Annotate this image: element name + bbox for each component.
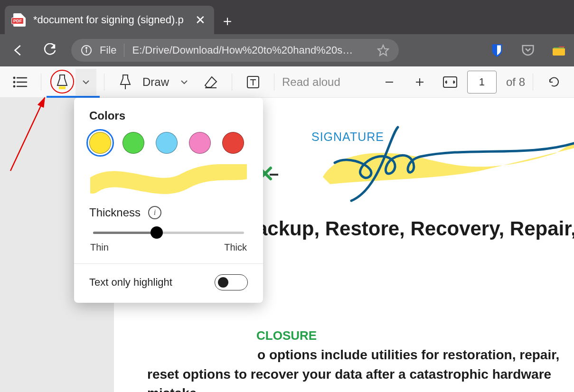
draw-tool-group: Draw bbox=[112, 69, 194, 95]
doc-paragraph: o options include utilities for restorat… bbox=[147, 345, 559, 392]
caret-mark bbox=[270, 174, 278, 176]
color-swatch-pink[interactable] bbox=[189, 132, 211, 154]
back-button[interactable] bbox=[9, 40, 28, 60]
zoom-out-button[interactable] bbox=[376, 69, 403, 95]
url-scheme: File bbox=[100, 44, 116, 56]
highlight-options-popup: Colors Thickness i Thin Thick Text only … bbox=[74, 98, 263, 303]
browser-tab[interactable]: PDF *document for signing (signed).p ✕ bbox=[5, 6, 214, 34]
slider-thumb[interactable] bbox=[151, 226, 163, 239]
thick-label: Thick bbox=[224, 242, 247, 253]
folder-icon[interactable] bbox=[552, 45, 565, 56]
pdf-file-icon: PDF bbox=[13, 13, 26, 27]
bitwarden-icon[interactable] bbox=[490, 43, 504, 57]
tab-strip: PDF *document for signing (signed).p ✕ ＋ bbox=[0, 0, 574, 34]
page-total-label: of 8 bbox=[506, 75, 525, 89]
zoom-in-button[interactable] bbox=[406, 69, 433, 95]
separator bbox=[104, 74, 104, 91]
fit-width-button[interactable] bbox=[437, 69, 463, 95]
separator bbox=[533, 74, 533, 91]
text-only-highlight-label: Text only highlight bbox=[89, 276, 172, 289]
separator bbox=[124, 44, 124, 57]
close-tab-button[interactable]: ✕ bbox=[195, 13, 206, 28]
svg-point-6 bbox=[14, 81, 15, 82]
highlight-tool-group bbox=[49, 69, 96, 95]
color-swatch-green[interactable] bbox=[122, 132, 144, 154]
svg-point-8 bbox=[14, 85, 15, 86]
text-only-highlight-toggle[interactable] bbox=[215, 274, 248, 290]
svg-point-2 bbox=[86, 47, 87, 48]
info-icon[interactable] bbox=[81, 45, 92, 56]
rotate-button[interactable] bbox=[541, 69, 567, 95]
table-of-contents-button[interactable] bbox=[7, 69, 33, 95]
highlight-preview bbox=[89, 164, 248, 195]
tab-title: *document for signing (signed).p bbox=[33, 14, 184, 26]
highlight-dropdown-button[interactable] bbox=[75, 69, 96, 95]
read-aloud-button[interactable]: Read aloud bbox=[282, 75, 340, 89]
svg-marker-3 bbox=[378, 45, 388, 56]
url-path: E:/Drive/Download/How%20to%20hand%20s… bbox=[132, 44, 369, 56]
colors-heading: Colors bbox=[89, 109, 248, 122]
new-tab-button[interactable]: ＋ bbox=[214, 8, 241, 34]
erase-button[interactable] bbox=[198, 69, 224, 95]
info-icon[interactable]: i bbox=[148, 206, 161, 219]
add-text-button[interactable] bbox=[240, 69, 266, 95]
draw-dropdown-button[interactable] bbox=[175, 69, 194, 95]
address-bar[interactable]: File E:/Drive/Download/How%20to%20hand%2… bbox=[71, 39, 399, 62]
separator bbox=[232, 74, 232, 91]
draw-label: Draw bbox=[142, 75, 169, 89]
svg-rect-10 bbox=[59, 86, 66, 89]
separator bbox=[274, 74, 274, 91]
nav-bar: File E:/Drive/Download/How%20to%20hand%2… bbox=[0, 34, 574, 66]
browser-chrome: PDF *document for signing (signed).p ✕ ＋… bbox=[0, 0, 574, 66]
svg-point-4 bbox=[14, 77, 15, 78]
bookmark-star-icon[interactable] bbox=[377, 44, 389, 56]
thickness-slider[interactable] bbox=[93, 228, 244, 237]
signature-drawing bbox=[318, 122, 574, 203]
highlight-button[interactable] bbox=[49, 69, 75, 95]
color-swatch-row bbox=[89, 132, 248, 154]
color-swatch-red[interactable] bbox=[222, 132, 244, 154]
pocket-icon[interactable] bbox=[521, 44, 535, 57]
thickness-heading: Thickness bbox=[89, 206, 141, 219]
separator bbox=[41, 74, 41, 91]
draw-button[interactable] bbox=[112, 69, 139, 95]
section-label: CLOSURE bbox=[256, 328, 317, 343]
thin-label: Thin bbox=[90, 242, 109, 253]
reload-button[interactable] bbox=[40, 40, 60, 60]
color-swatch-yellow[interactable] bbox=[89, 132, 111, 154]
color-swatch-lightblue[interactable] bbox=[156, 132, 178, 154]
doc-heading: ackup, Restore, Recovery, Repair, R bbox=[256, 217, 574, 240]
page-number-input[interactable] bbox=[467, 71, 497, 93]
pdf-toolbar: Draw Read aloud of 8 bbox=[0, 66, 574, 98]
